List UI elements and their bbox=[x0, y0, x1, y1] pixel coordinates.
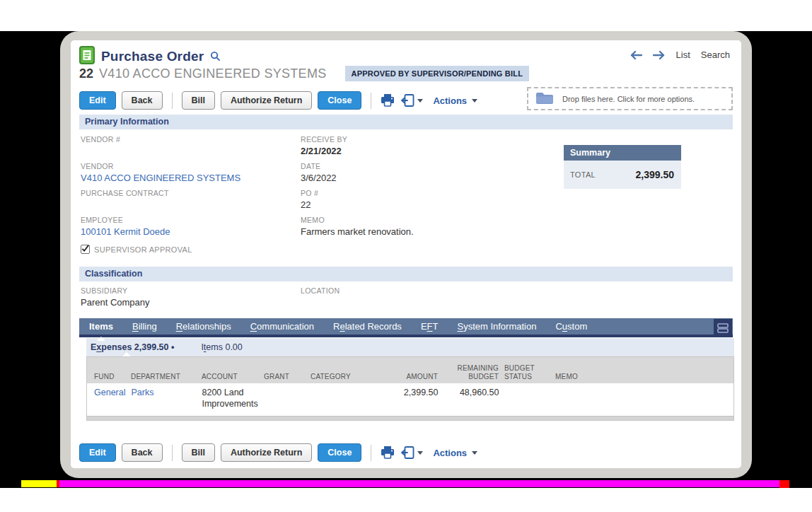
memo-value: Farmers market renovation. bbox=[301, 226, 513, 238]
vendor-field: VENDOR V410 ACCO ENGINEERED SYSTEMS bbox=[81, 162, 293, 185]
date-label: DATE bbox=[301, 162, 513, 172]
po-number-value: 22 bbox=[301, 199, 513, 211]
summary-title: Summary bbox=[564, 145, 681, 161]
sub-tab-bar: Expenses 2,399.50 •Items 0.00 bbox=[86, 338, 734, 356]
cell-category bbox=[311, 387, 381, 412]
record-header: Purchase Order bbox=[79, 46, 221, 67]
receive-by-field: RECEIVE BY 2/21/2022 bbox=[301, 135, 513, 158]
tab-related-records[interactable]: Related Records bbox=[333, 318, 402, 334]
search-icon[interactable] bbox=[210, 51, 221, 64]
tab-items[interactable]: Items bbox=[89, 318, 113, 334]
close-button[interactable]: Close bbox=[318, 443, 361, 462]
chevron-down-icon bbox=[472, 451, 477, 455]
employee-label: EMPLOYEE bbox=[81, 216, 293, 226]
tab-system-information[interactable]: System Information bbox=[457, 318, 536, 334]
date-field: DATE 3/6/2022 bbox=[301, 162, 513, 185]
column-header-category: CATEGORY bbox=[311, 373, 381, 381]
file-dropzone[interactable]: Drop files here. Click for more options. bbox=[527, 87, 733, 110]
vendor-number-value bbox=[81, 145, 293, 158]
tab-custom[interactable]: Custom bbox=[555, 318, 587, 334]
po-number-label: PO # bbox=[301, 189, 513, 199]
netsuite-window: Purchase Order List Search 22 V410 ACCO … bbox=[71, 40, 741, 468]
tab-relationships[interactable]: Relationships bbox=[176, 318, 231, 334]
print-icon[interactable] bbox=[381, 94, 395, 107]
list-link[interactable]: List bbox=[676, 50, 690, 60]
cell-department: Parks bbox=[131, 387, 202, 412]
export-record-icon[interactable] bbox=[400, 94, 423, 107]
authorize-return-button[interactable]: Authorize Return bbox=[221, 443, 312, 462]
memo-label: MEMO bbox=[301, 216, 513, 226]
actions-label: Actions bbox=[433, 95, 467, 106]
summary-total-label: TOTAL bbox=[570, 170, 596, 179]
glitch-stripe-yellow bbox=[21, 480, 57, 487]
classification-header: Classification bbox=[79, 267, 733, 281]
horizontal-scrollbar[interactable] bbox=[87, 416, 733, 420]
dropzone-text: Drop files here. Click for more options. bbox=[562, 95, 695, 103]
subtab-list-icon[interactable] bbox=[714, 319, 732, 337]
vendor-link[interactable]: V410 ACCO ENGINEERED SYSTEMS bbox=[81, 173, 240, 183]
marketing-canvas: Purchase Order List Search 22 V410 ACCO … bbox=[0, 0, 812, 512]
column-header-remaining-budget: REMAINING BUDGET bbox=[443, 364, 504, 380]
cell-budget-status bbox=[504, 387, 555, 412]
previous-record-icon[interactable] bbox=[630, 50, 642, 60]
print-icon[interactable] bbox=[381, 446, 395, 459]
search-link[interactable]: Search bbox=[701, 50, 730, 60]
actions-menu[interactable]: Actions bbox=[433, 95, 477, 106]
subtab-items-0-00[interactable]: Items 0.00 bbox=[201, 338, 242, 356]
glitch-stripe-magenta bbox=[59, 480, 779, 487]
column-header-account: ACCOUNT bbox=[202, 373, 264, 381]
tab-communication[interactable]: Communication bbox=[250, 318, 314, 334]
cell-link-parks[interactable]: Parks bbox=[131, 388, 153, 397]
column-header-amount: AMOUNT bbox=[381, 373, 443, 381]
toolbar-divider bbox=[172, 445, 173, 461]
summary-total-row: TOTAL 2,399.50 bbox=[564, 161, 681, 189]
close-button[interactable]: Close bbox=[318, 91, 361, 110]
column-header-department: DEPARTMENT bbox=[131, 373, 202, 381]
chevron-down-icon bbox=[417, 451, 423, 455]
vendor-number-label: VENDOR # bbox=[81, 135, 293, 145]
actions-menu[interactable]: Actions bbox=[433, 448, 477, 458]
subsidiary-field: SUBSIDIARY Parent Company bbox=[81, 286, 293, 309]
column-header-fund: FUND bbox=[94, 373, 131, 381]
receive-by-value: 2/21/2022 bbox=[301, 145, 513, 158]
vendor-label: VENDOR bbox=[81, 162, 293, 172]
table-row[interactable]: GeneralParks8200 Land Improvements2,399.… bbox=[87, 383, 733, 416]
back-button[interactable]: Back bbox=[122, 91, 163, 110]
status-badge: APPROVED BY SUPERVISOR/PENDING BILL bbox=[345, 66, 530, 81]
purchase-contract-label: PURCHASE CONTRACT bbox=[81, 189, 293, 199]
cell-grant bbox=[264, 387, 311, 412]
location-field: LOCATION bbox=[301, 286, 513, 309]
memo-field: MEMO Farmers market renovation. bbox=[301, 216, 513, 238]
primary-fields-mid: RECEIVE BY 2/21/2022 DATE 3/6/2022 PO # … bbox=[301, 135, 513, 243]
glitch-stripe-red bbox=[779, 480, 789, 488]
edit-button[interactable]: Edit bbox=[79, 91, 116, 110]
record-id: 22 bbox=[79, 66, 93, 81]
back-button[interactable]: Back bbox=[122, 443, 163, 462]
chevron-down-icon bbox=[417, 99, 423, 103]
tab-billing[interactable]: Billing bbox=[132, 318, 157, 334]
page-title: Purchase Order bbox=[101, 49, 204, 64]
supervisor-approval-checkbox[interactable] bbox=[81, 245, 90, 254]
tab-eft[interactable]: EFT bbox=[421, 318, 439, 334]
edit-button[interactable]: Edit bbox=[79, 443, 116, 462]
bill-button[interactable]: Bill bbox=[182, 443, 215, 462]
export-record-icon[interactable] bbox=[400, 446, 423, 459]
cell-link-general[interactable]: General bbox=[94, 388, 125, 397]
supervisor-approval-label: SUPERVISOR APPROVAL bbox=[94, 245, 192, 254]
vendor-number-field: VENDOR # bbox=[81, 135, 293, 158]
next-record-icon[interactable] bbox=[653, 50, 666, 60]
location-value bbox=[301, 296, 513, 309]
main-tab-bar: ItemsBillingRelationshipsCommunicationRe… bbox=[79, 318, 733, 337]
classification-fields-mid: LOCATION bbox=[301, 286, 513, 313]
purchase-contract-value bbox=[81, 199, 293, 211]
location-label: LOCATION bbox=[301, 286, 513, 296]
expenses-table: FUNDDEPARTMENTACCOUNTGRANTCATEGORYAMOUNT… bbox=[86, 356, 734, 421]
bill-button[interactable]: Bill bbox=[182, 91, 215, 110]
subsidiary-label: SUBSIDIARY bbox=[81, 286, 293, 296]
employee-field: EMPLOYEE 100101 Kermit Doede bbox=[81, 216, 293, 238]
record-identity: 22 V410 ACCO ENGINEERED SYSTEMS APPROVED… bbox=[79, 66, 529, 81]
employee-link[interactable]: 100101 Kermit Doede bbox=[81, 226, 170, 237]
toolbar-divider bbox=[172, 93, 173, 109]
supervisor-approval-field: SUPERVISOR APPROVAL bbox=[81, 245, 293, 254]
authorize-return-button[interactable]: Authorize Return bbox=[221, 91, 312, 110]
